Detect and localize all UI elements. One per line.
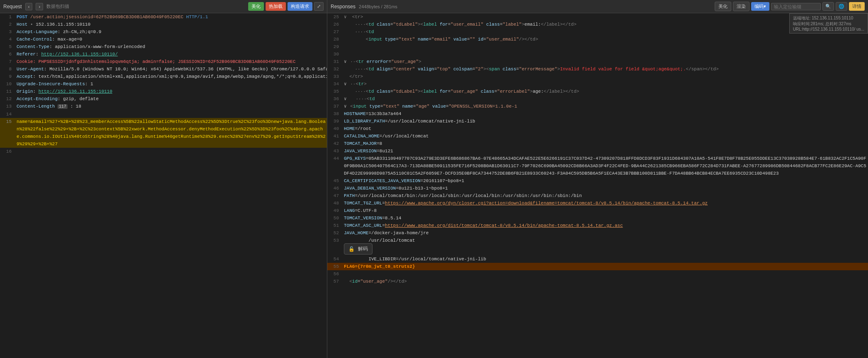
r-line-37: 37 ∨ <input type="text" name="age" value…	[327, 103, 868, 110]
r-line-46: 46 JAVA_DEBIAN_VERSION=8u121-b13-1~bpo8+…	[327, 185, 868, 192]
code-line-8: 8 User-Agent: Mozilla/5.0 (Windows NT 10…	[0, 65, 327, 73]
r-line-31: 31 ∨ ··<tr errorFor="user_age">	[327, 58, 868, 65]
decode-label[interactable]: 解码	[358, 245, 368, 252]
info-overlay: 远端地址: 152.136.11.155:10110 响应时间:281ms; 总…	[789, 13, 868, 34]
fullscreen-button[interactable]: ⤢	[314, 2, 324, 11]
responses-title: Responses	[331, 4, 355, 10]
decode-popup: 🔓 解码	[344, 243, 372, 255]
construct-request-button[interactable]: 构造请求	[288, 2, 312, 11]
code-line-7: 7 Cookie: PHPSESSID=jdnfgd3nhlstemslopqv…	[0, 58, 327, 65]
search-input[interactable]	[771, 3, 821, 10]
r-line-30: 30	[327, 50, 868, 58]
response-time: 响应时间:281ms; 总耗时:327ms	[793, 21, 864, 27]
nav-prev-button[interactable]: ‹	[25, 3, 33, 10]
r-line-27: 27 ····<td	[327, 28, 868, 36]
r-line-42: 42 TOMCAT_MAJOR=8	[327, 140, 868, 147]
code-line-13: 13 Content-Length 117 : 18	[0, 103, 327, 111]
right-toolbar: 美化 渲染 编码▾ 🔍 🌐 详情	[715, 2, 865, 11]
code-line-16: 16	[0, 148, 327, 155]
code-line-4: 4 Cache-Control: max-age=0	[0, 36, 327, 43]
r-line-48: 48 TOMCAT_TGZ_URL=https://www.apache.org…	[327, 199, 868, 207]
code-line-11: 11 Origin: http://152.136.11.155:10110	[0, 88, 327, 95]
r-line-53: 53 /usr/local/tomcat	[327, 237, 868, 244]
r-line-51: 51 TOMCAT_ASC_URL=https://www.apache.org…	[327, 222, 868, 229]
r-line-43: 43 JAVA_VERSION=8u121	[327, 147, 868, 155]
r-line-56: 56	[327, 270, 868, 278]
code-line-15: 15 name=&email=%27+%2B+%28%23_memberAcce…	[0, 118, 327, 148]
code-line-10: 10 Upgrade-Insecure-Requests: 1	[0, 80, 327, 88]
r-line-33: 33 </tr>	[327, 73, 868, 80]
r-line-29: 29	[327, 43, 868, 50]
r-line-45: 45 CA_CERTIFICATES_JAVA_VERSION=20161107…	[327, 177, 868, 185]
response-info: 2448bytes / 281ms	[359, 4, 397, 9]
hotload-button[interactable]: 热加载	[266, 2, 286, 11]
r-line-57: 57 <id="user_age"/></td>	[327, 278, 868, 285]
r-line-47: 47 PATH=/usr/local/tomcat/bin:/usr/local…	[327, 192, 868, 199]
r-line-41: 41 CATALINA_HOME=/usr/local/tomcat	[327, 132, 868, 140]
beautify-button[interactable]: 美化	[248, 2, 264, 11]
r-line-26: 26 ····<td class="tdLabel"><label for="u…	[327, 21, 868, 28]
right-wrapper: Responses 2448bytes / 281ms 美化 渲染 编码▾ 🔍 …	[327, 0, 868, 358]
r-line-39: 39 LD_LIBRARY_PATH=/usr/local/tomcat/nat…	[327, 118, 868, 125]
left-header: Request ‹ › 数据包扫描 美化 热加载 构造请求 ⤢	[0, 0, 327, 13]
code-line-14: 14	[0, 111, 327, 118]
r-line-50: 50 TOMCAT_VERSION=8.5.14	[327, 214, 868, 222]
code-line-2: 2 Host ▪ 152.136.11.155:10110	[0, 21, 327, 28]
browser-button[interactable]: 🌐	[836, 2, 847, 11]
encode-button[interactable]: 编码▾	[751, 2, 769, 11]
r-line-38: 38 HOSTNAME=13c3b3a7a464	[327, 110, 868, 118]
code-line-5: 5 Content-Type: application/x-www-form-u…	[0, 43, 327, 50]
main-container: Request ‹ › 数据包扫描 美化 热加载 构造请求 ⤢ 1 POST /…	[0, 0, 868, 358]
r-line-52: 52 JAVA_HOME=/docker-java-home/jre	[327, 229, 868, 237]
url-info: URL:http://152.136.11.155:10110/ us...	[793, 27, 864, 31]
request-code-area: 1 POST /user.action;jsessionid=62F52B969…	[0, 13, 327, 358]
r-line-35: 35 ····<td class="tdLabel"><label for="u…	[327, 88, 868, 95]
search-button[interactable]: 🔍	[822, 2, 834, 11]
r-line-54: 54 IVE_LIBDIR=/usr/local/tomcat/native-j…	[327, 255, 868, 263]
r-line-36: 36 ∨ ····<td	[327, 95, 868, 103]
r-line-44: 44 GPG_KEYS=05AB331109497707C93A279E3D3E…	[327, 155, 868, 177]
code-line-6: 6 Referer: http://152.136.11.155:10110/	[0, 50, 327, 58]
request-title: Request	[3, 4, 22, 10]
r-line-32: 32 ····<td align="center" valign="top" c…	[327, 65, 868, 73]
right-header: Responses 2448bytes / 281ms 美化 渲染 编码▾ 🔍 …	[327, 0, 868, 13]
r-line-28: 28 <input type="text" name="email" value…	[327, 36, 868, 43]
r-line-25: 25 ∨ <tr>	[327, 13, 868, 21]
detail-button[interactable]: 详情	[849, 2, 865, 11]
r-line-34: 34 ∨ ··<tr>	[327, 80, 868, 88]
left-panel: Request ‹ › 数据包扫描 美化 热加载 构造请求 ⤢ 1 POST /…	[0, 0, 327, 358]
code-line-3: 3 Accept-Language: zh-CN,zh;q=0.9	[0, 28, 327, 36]
left-toolbar: 美化 热加载 构造请求 ⤢	[248, 2, 324, 11]
r-line-49: 49 LANG=C.UTF-8	[327, 207, 868, 214]
code-line-12: 12 Accept-Encoding: gzip, deflate	[0, 95, 327, 103]
packet-scan-tab: 数据包扫描	[46, 3, 69, 10]
code-line-9: 9 Accept: text/html,application/xhtml+xm…	[0, 73, 327, 80]
response-code-area: 25 ∨ <tr> 26 ····<td class="tdLabel"><la…	[327, 13, 868, 358]
right-panel: Responses 2448bytes / 281ms 美化 渲染 编码▾ 🔍 …	[327, 0, 868, 358]
decode-icon: 🔓	[348, 246, 355, 252]
r-line-55: 55 FLAG={7r0m_jwt_t0_struts2}	[327, 263, 868, 270]
render-button[interactable]: 渲染	[733, 2, 750, 11]
code-line-1: 1 POST /user.action;jsessionid=62F52B969…	[0, 13, 327, 21]
beautify-right-button[interactable]: 美化	[715, 2, 731, 11]
nav-next-button[interactable]: ›	[36, 3, 43, 10]
r-line-40: 40 HOME=/root	[327, 125, 868, 132]
remote-addr: 远端地址: 152.136.11.155:10110	[793, 15, 864, 21]
